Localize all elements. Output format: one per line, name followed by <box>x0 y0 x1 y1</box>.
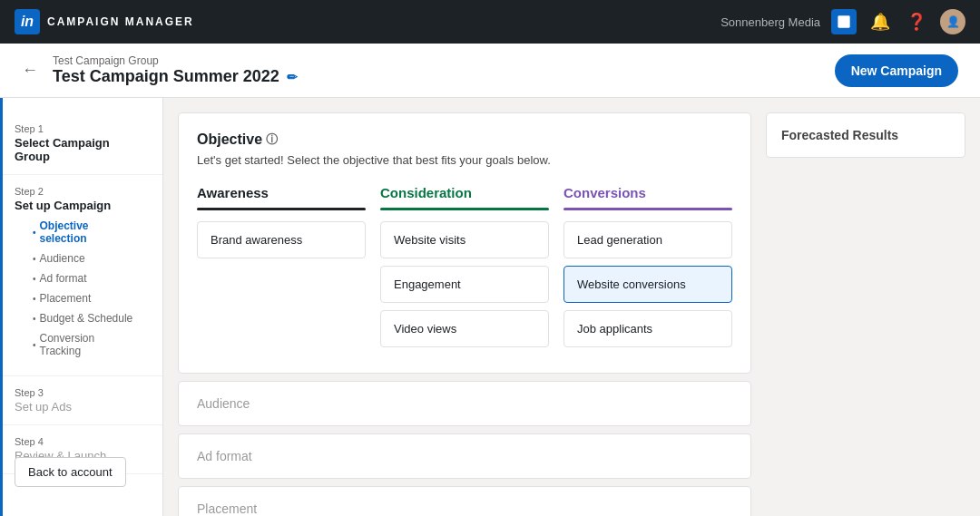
option-brand-awareness[interactable]: Brand awareness <box>197 221 366 258</box>
sidebar-item-placement[interactable]: Placement <box>15 288 148 308</box>
back-to-account-section: Back to account <box>0 443 141 501</box>
back-arrow-icon[interactable]: ← <box>22 61 38 80</box>
option-video-views[interactable]: Video views <box>380 310 549 347</box>
step-2-subitems: Objective selection Audience Ad format P… <box>15 212 148 365</box>
placement-section[interactable]: Placement <box>178 486 751 516</box>
top-nav: in CAMPAIGN MANAGER Sonnenberg Media 🔔 ❓… <box>0 0 980 44</box>
consideration-header: Consideration <box>380 185 549 200</box>
step-3-number: Step 3 <box>15 387 148 398</box>
sidebar: Step 1 Select Campaign Group Step 2 Set … <box>0 98 163 516</box>
consideration-column: Consideration Website visits Engagement … <box>380 185 549 355</box>
step-3-title: Set up Ads <box>15 400 148 414</box>
option-website-visits[interactable]: Website visits <box>380 221 549 258</box>
ad-format-section[interactable]: Ad format <box>178 433 751 479</box>
sidebar-item-ad-format[interactable]: Ad format <box>15 268 148 288</box>
sidebar-item-objective-selection[interactable]: Objective selection <box>15 216 148 248</box>
awareness-column: Awareness Brand awareness <box>197 185 366 355</box>
new-campaign-button[interactable]: New Campaign <box>835 54 958 87</box>
sidebar-step-2: Step 2 Set up Campaign Objective selecti… <box>0 175 162 376</box>
main-content: Objective ⓘ Let's get started! Select th… <box>178 112 751 501</box>
sidebar-step-3: Step 3 Set up Ads <box>0 376 162 425</box>
option-engagement[interactable]: Engagement <box>380 266 549 303</box>
objective-columns: Awareness Brand awareness Consideration … <box>197 185 732 355</box>
account-name: Sonnenberg Media <box>720 15 820 29</box>
sidebar-step-1: Step 1 Select Campaign Group <box>0 112 162 175</box>
forecasted-results-card: Forecasted Results <box>766 112 965 158</box>
step-2-number: Step 2 <box>15 186 148 197</box>
sidebar-item-conversion-tracking[interactable]: Conversion Tracking <box>15 328 148 361</box>
option-job-applicants[interactable]: Job applicants <box>564 310 732 347</box>
svg-rect-0 <box>838 15 849 27</box>
option-website-conversions[interactable]: Website conversions <box>564 266 732 303</box>
objective-info-icon[interactable]: ⓘ <box>266 131 278 148</box>
nav-left: in CAMPAIGN MANAGER <box>15 9 194 34</box>
campaign-title: Test Campaign Summer 2022 ✏ <box>53 67 298 86</box>
nav-title: CAMPAIGN MANAGER <box>47 15 194 28</box>
awareness-bar <box>197 208 366 210</box>
nav-right: Sonnenberg Media 🔔 ❓ 👤 <box>720 9 965 34</box>
sidebar-item-budget-schedule[interactable]: Budget & Schedule <box>15 308 148 328</box>
right-panel: Forecasted Results <box>766 112 965 501</box>
sub-header: ← Test Campaign Group Test Campaign Summ… <box>0 44 980 98</box>
step-1-title: Select Campaign Group <box>15 136 148 163</box>
audience-section[interactable]: Audience <box>178 381 751 426</box>
conversions-header: Conversions <box>564 185 732 200</box>
main-layout: Step 1 Select Campaign Group Step 2 Set … <box>0 98 980 516</box>
edit-campaign-icon[interactable]: ✏ <box>287 70 298 84</box>
campaign-info: Test Campaign Group Test Campaign Summer… <box>53 54 298 86</box>
sidebar-item-audience[interactable]: Audience <box>15 248 148 268</box>
user-avatar[interactable]: 👤 <box>940 9 965 34</box>
campaign-group-label: Test Campaign Group <box>53 54 298 67</box>
back-to-account-button[interactable]: Back to account <box>15 457 126 487</box>
step-1-number: Step 1 <box>15 123 148 134</box>
awareness-header: Awareness <box>197 185 366 200</box>
step-2-title: Set up Campaign <box>15 199 148 212</box>
option-lead-generation[interactable]: Lead generation <box>564 221 732 258</box>
content-area: Objective ⓘ Let's get started! Select th… <box>163 98 980 516</box>
linkedin-logo: in <box>15 9 40 34</box>
conversions-bar <box>564 208 732 210</box>
objective-card: Objective ⓘ Let's get started! Select th… <box>178 112 751 374</box>
account-logo-icon <box>831 9 857 34</box>
objective-card-title: Objective ⓘ <box>197 131 732 148</box>
conversions-column: Conversions Lead generation Website conv… <box>564 185 732 355</box>
consideration-bar <box>380 208 549 210</box>
objective-subtitle: Let's get started! Select the objective … <box>197 153 732 167</box>
sub-header-left: ← Test Campaign Group Test Campaign Summ… <box>22 54 298 86</box>
forecasted-results-title: Forecasted Results <box>781 128 950 142</box>
help-icon[interactable]: ❓ <box>904 9 929 34</box>
bell-icon[interactable]: 🔔 <box>867 9 893 34</box>
